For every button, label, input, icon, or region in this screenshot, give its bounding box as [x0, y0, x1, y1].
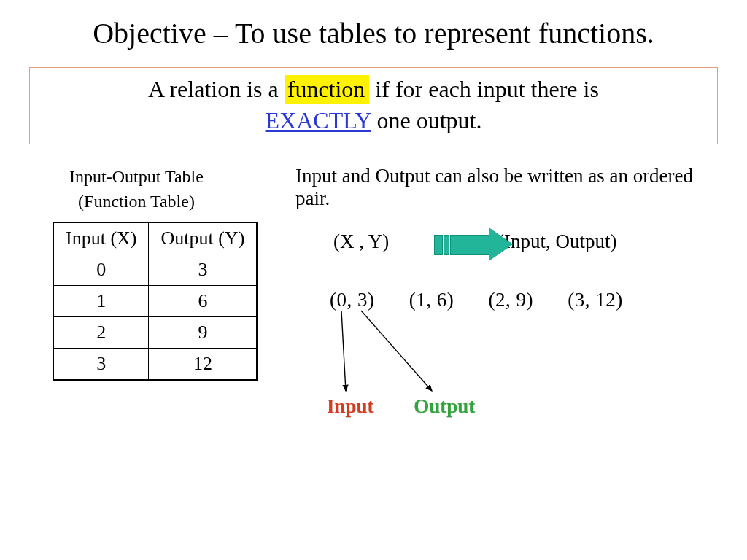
pair: (3, 12)	[568, 289, 622, 311]
cell-y: 3	[149, 254, 257, 286]
def-part2: if for each input there is	[375, 76, 599, 102]
svg-line-1	[361, 311, 432, 391]
arrow-icon	[434, 230, 522, 258]
cell-y: 12	[149, 348, 257, 379]
table-row: 2 9	[53, 317, 257, 349]
def-emphasis: EXACTLY	[266, 107, 371, 133]
page-title: Objective – To use tables to represent f…	[0, 0, 747, 51]
input-label: Input	[327, 395, 374, 418]
ordered-pairs-row: (0, 3) (1, 6) (2, 9) (3, 12)	[330, 289, 652, 311]
pair: (0, 3)	[330, 289, 374, 311]
def-part3: one output.	[376, 107, 481, 133]
caption-line2: (Function Table)	[78, 192, 195, 211]
cell-y: 6	[149, 286, 257, 317]
head-output: Output (Y)	[149, 222, 257, 254]
def-highlight: function	[285, 75, 370, 104]
table-row: 0 3	[53, 254, 257, 286]
ordered-pair-note: Input and Output can also be written as …	[295, 165, 726, 210]
cell-x: 0	[53, 254, 149, 286]
pair: (2, 9)	[488, 289, 533, 311]
table-caption: Input-Output Table (Function Table)	[45, 165, 228, 214]
table-header-row: Input (X) Output (Y)	[53, 222, 257, 254]
table-row: 3 12	[53, 348, 257, 379]
definition-box: A relation is a function if for each inp…	[29, 67, 718, 144]
table-row: 1 6	[53, 286, 257, 317]
cell-y: 9	[149, 317, 257, 349]
input-output-labels: Input Output	[327, 395, 475, 418]
pointer-arrows-icon	[321, 309, 511, 397]
pair: (1, 6)	[409, 289, 454, 311]
xy-label: (X , Y)	[333, 230, 389, 253]
def-part1: A relation is a	[148, 76, 279, 102]
cell-x: 2	[53, 317, 149, 349]
output-label: Output	[414, 395, 475, 418]
cell-x: 1	[53, 286, 149, 317]
head-input: Input (X)	[53, 222, 149, 254]
cell-x: 3	[53, 348, 149, 379]
svg-line-0	[341, 311, 346, 391]
function-table: Input (X) Output (Y) 0 3 1 6 2 9 3 12	[53, 222, 258, 380]
caption-line1: Input-Output Table	[69, 167, 204, 186]
